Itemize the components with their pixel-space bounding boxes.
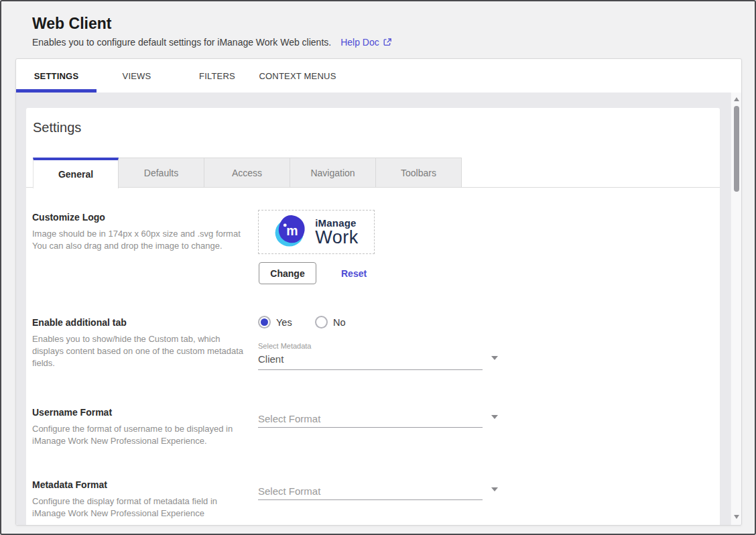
change-logo-button[interactable]: Change [259, 262, 316, 284]
select-metadata-label: Select Metadata [258, 342, 312, 350]
tab-toolbars[interactable]: Toolbars [376, 158, 462, 187]
metadata-format-dropdown[interactable]: Select Format [258, 485, 320, 497]
tab-defaults[interactable]: Defaults [119, 158, 204, 187]
logo-brand-text: iManage Work [315, 218, 359, 247]
tab-context-menus[interactable]: CONTEXT MENUS [257, 59, 338, 93]
radio-option-yes[interactable]: Yes [258, 316, 292, 329]
tab-general[interactable]: General [33, 158, 119, 188]
username-format-caret-icon[interactable] [491, 415, 498, 419]
page-subtitle: Enables you to configure default setting… [32, 37, 331, 48]
radio-option-no[interactable]: No [315, 316, 346, 329]
web-client-card: SETTINGS VIEWS FILTERS CONTEXT MENUS Set… [15, 58, 742, 526]
radio-no-icon [315, 316, 328, 329]
tab-navigation[interactable]: Navigation [290, 158, 376, 187]
vertical-scrollbar[interactable] [731, 93, 741, 525]
enable-additional-tab-label: Enable additional tab [32, 317, 127, 328]
username-format-desc-2: iManage Work New Professional Experience… [32, 435, 207, 447]
tab-views-label: VIEWS [123, 71, 151, 81]
metadata-format-desc-2: iManage Work New Professional Experience [32, 508, 204, 520]
external-link-icon [383, 38, 392, 47]
radio-yes-label: Yes [276, 317, 292, 328]
metadata-format-desc-1: Configure the display format of metadata… [32, 495, 217, 508]
enable-additional-tab-desc-2: displays content based on one of the cus… [32, 345, 243, 357]
svg-text:m: m [286, 223, 298, 238]
select-metadata-dropdown[interactable]: Client [258, 353, 284, 365]
logo-dropzone[interactable]: m iManage Work [258, 210, 375, 254]
username-format-dropdown[interactable]: Select Format [258, 413, 320, 424]
tab-access[interactable]: Access [204, 158, 290, 187]
panel-heading: Settings [33, 120, 81, 135]
imanage-logo-icon: m [274, 213, 309, 251]
metadata-format-underline [258, 499, 483, 500]
scrollbar-thumb[interactable] [734, 106, 739, 192]
customize-logo-desc-1: Image should be in 174px x 60px size and… [32, 228, 241, 240]
radio-no-label: No [333, 317, 346, 328]
help-doc-link[interactable]: Help Doc [340, 37, 392, 48]
username-format-label: Username Format [32, 407, 112, 418]
logo-brand-top: iManage [315, 218, 359, 228]
settings-viewport: Settings General Defaults Access Navigat… [16, 93, 741, 525]
tab-settings[interactable]: SETTINGS [16, 59, 97, 93]
outer-tab-strip: SETTINGS VIEWS FILTERS CONTEXT MENUS [16, 59, 741, 93]
tab-access-label: Access [232, 168, 262, 178]
settings-panel: Settings General Defaults Access Navigat… [26, 108, 720, 525]
inner-tab-strip: General Defaults Access Navigation Toolb… [33, 158, 462, 188]
help-doc-link-label: Help Doc [340, 37, 379, 48]
page-title: Web Client [32, 15, 111, 33]
tab-filters[interactable]: FILTERS [177, 59, 257, 93]
select-metadata-caret-icon[interactable] [491, 356, 498, 360]
metadata-format-label: Metadata Format [32, 479, 107, 490]
reset-logo-link[interactable]: Reset [341, 268, 367, 279]
scroll-down-arrow-icon[interactable] [734, 515, 739, 519]
tab-navigation-label: Navigation [310, 168, 355, 178]
scroll-up-arrow-icon[interactable] [734, 97, 739, 101]
tab-toolbars-label: Toolbars [401, 168, 436, 178]
enable-additional-tab-desc-1: Enables you to show/hide the Custom tab,… [32, 333, 220, 345]
page-subtitle-row: Enables you to configure default setting… [32, 37, 392, 48]
customize-logo-desc-2: You can also drag and drop the image to … [32, 240, 223, 252]
customize-logo-label: Customize Logo [32, 212, 105, 223]
tab-filters-label: FILTERS [199, 71, 235, 81]
select-metadata-underline [258, 369, 483, 370]
metadata-format-caret-icon[interactable] [491, 487, 498, 491]
tab-settings-label: SETTINGS [34, 71, 79, 81]
tab-views[interactable]: VIEWS [97, 59, 177, 93]
tab-defaults-label: Defaults [144, 168, 178, 178]
radio-yes-icon [258, 316, 271, 329]
username-format-underline [258, 427, 483, 428]
tab-general-label: General [58, 169, 93, 180]
username-format-desc-1: Configure the format of username to be d… [32, 423, 233, 435]
enable-additional-tab-desc-3: fields. [32, 357, 55, 369]
tab-context-menus-label: CONTEXT MENUS [259, 71, 336, 81]
web-client-settings-screen: Web Client Enables you to configure defa… [0, 0, 756, 535]
logo-brand-bottom: Work [315, 229, 359, 247]
